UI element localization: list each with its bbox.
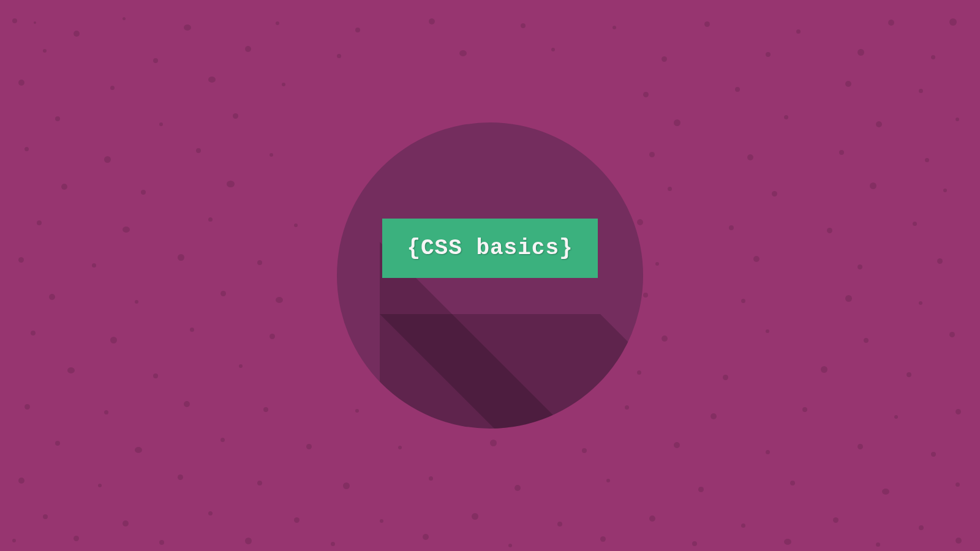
title-text: {CSS basics} [407, 236, 573, 261]
title-badge: {CSS basics} [382, 219, 597, 278]
hero-logo: {CSS basics} [337, 122, 643, 429]
